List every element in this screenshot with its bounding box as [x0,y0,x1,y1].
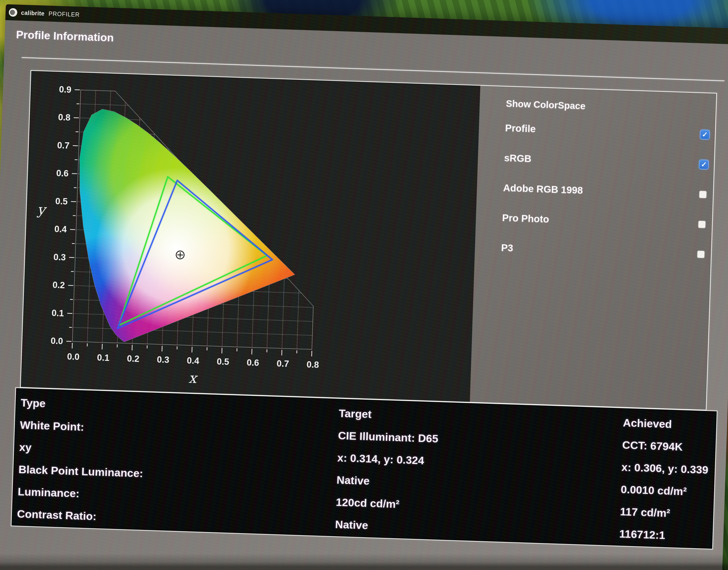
colorspace-panel: Show ColorSpace Profile ✓ sRGB ✓ Adobe R… [470,86,716,410]
svg-text:0.0: 0.0 [67,352,79,362]
svg-text:0.7: 0.7 [57,140,70,151]
colorspace-label: Profile [505,122,536,134]
colorspace-panel-title: Show ColorSpace [506,98,711,115]
svg-text:0.4: 0.4 [54,224,67,234]
achieved-value: CCT: 6794K [622,438,716,454]
svg-text:0.6: 0.6 [56,168,69,179]
svg-text:0.4: 0.4 [187,355,199,366]
achieved-value: 117 cd/m² [620,505,714,521]
svg-text:0.1: 0.1 [97,353,109,363]
calibrite-logo-icon [9,8,17,17]
colorspace-row-srgb[interactable]: sRGB ✓ [504,152,709,170]
colorspace-label: P3 [501,242,513,254]
svg-text:0.9: 0.9 [59,84,72,94]
svg-text:0.3: 0.3 [157,354,170,365]
profiler-app-window: calibrite PROFILER Profile Information 0… [0,4,728,570]
svg-text:0.5: 0.5 [217,357,229,367]
svg-text:0.8: 0.8 [306,359,319,370]
colorspace-label: Pro Photo [502,212,549,225]
svg-text:0.6: 0.6 [247,357,259,368]
profile-content-panel: 0.00.10.20.30.40.50.60.70.80.90.00.10.20… [20,70,717,411]
column-header-achieved: Achieved [623,416,717,432]
target-value: Native [335,518,620,540]
colorspace-label: sRGB [504,152,532,165]
brand-name: calibrite [21,9,44,17]
colorspace-row-prophoto[interactable]: Pro Photo ✓ [502,212,707,230]
svg-text:0.2: 0.2 [52,280,65,290]
white-point-marker [175,250,185,260]
colorspace-row-p3[interactable]: P3 ✓ [501,242,706,260]
app-name: PROFILER [48,10,80,18]
achieved-value: 116712:1 [619,527,713,543]
colorspace-label: Adobe RGB 1998 [503,182,583,196]
cie-diagram-svg: 0.00.10.20.30.40.50.60.70.80.90.00.10.20… [21,71,479,402]
p3-checkbox[interactable]: ✓ [697,251,705,258]
prophoto-checkbox[interactable]: ✓ [698,221,706,228]
svg-text:0.7: 0.7 [277,358,289,369]
srgb-checkbox[interactable]: ✓ [699,160,709,170]
window-title: calibrite PROFILER [21,9,80,18]
svg-text:0.2: 0.2 [127,353,140,364]
colorspace-row-profile[interactable]: Profile ✓ [505,122,710,140]
calibration-results-table: Type Target Achieved White Point: CIE Il… [11,387,717,549]
colorspace-row-adobergb[interactable]: Adobe RGB 1998 ✓ [503,182,708,200]
svg-text:0.0: 0.0 [50,336,63,346]
check-icon: ✓ [702,131,708,138]
page-title: Profile Information [16,28,114,44]
svg-text:0.3: 0.3 [53,252,66,262]
svg-text:0.8: 0.8 [58,112,71,122]
svg-text:0.5: 0.5 [55,196,68,206]
check-icon: ✓ [701,161,707,168]
adobergb-checkbox[interactable]: ✓ [699,191,707,198]
chromaticity-chart: 0.00.10.20.30.40.50.60.70.80.90.00.10.20… [21,71,480,402]
svg-text:0.1: 0.1 [51,308,64,318]
achieved-value: 0.0010 cd/m² [621,483,714,499]
achieved-value: x: 0.306, y: 0.339 [621,461,715,477]
profile-checkbox[interactable]: ✓ [700,129,710,140]
